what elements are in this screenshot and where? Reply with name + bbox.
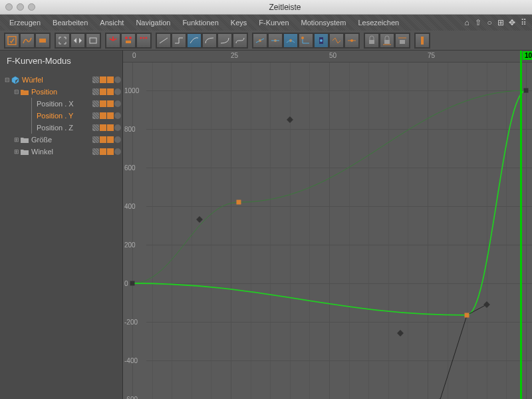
- y-axis-label: 200: [124, 241, 136, 249]
- mode-label: F-Kurven-Modus: [0, 51, 122, 71]
- track-controls[interactable]: [92, 100, 121, 107]
- tree-row[interactable]: Position . Z: [0, 122, 122, 134]
- record-key-button[interactable]: [106, 33, 120, 48]
- flat-tangent-button[interactable]: [344, 33, 359, 48]
- ruler-tick: 25: [231, 52, 238, 59]
- menu-funktionen[interactable]: Funktionen: [177, 17, 223, 29]
- circle-icon[interactable]: ○: [485, 18, 494, 27]
- tangent-ease2-button[interactable]: [217, 33, 232, 48]
- svg-rect-2: [90, 38, 96, 43]
- y-axis-label: -400: [124, 357, 138, 364]
- menu-fkurven[interactable]: F-Kurven: [253, 17, 294, 29]
- menu-navigation[interactable]: Navigation: [130, 17, 176, 29]
- tree-row[interactable]: Position . X: [0, 98, 122, 110]
- zoom-window-button[interactable]: [28, 3, 35, 11]
- y-axis-label: 0: [124, 280, 128, 287]
- record-key3-button[interactable]: [136, 33, 151, 48]
- track-controls[interactable]: [92, 112, 121, 119]
- tree-row[interactable]: ⊟Würfel: [0, 74, 122, 86]
- svg-rect-0: [8, 37, 16, 45]
- keyframe[interactable]: [130, 281, 135, 286]
- split-icon[interactable]: ⊞: [496, 18, 505, 27]
- weighted-tangent-button[interactable]: [314, 33, 329, 48]
- svg-point-20: [320, 39, 323, 42]
- track-controls[interactable]: [92, 148, 121, 155]
- tree-label[interactable]: Position: [31, 88, 92, 96]
- move-icon[interactable]: ✥: [507, 18, 517, 27]
- tree-label[interactable]: Größe: [31, 136, 92, 144]
- tree-label[interactable]: Würfel: [22, 76, 92, 84]
- frame-sel-button[interactable]: [70, 33, 85, 48]
- tree-label[interactable]: Position . Y: [37, 112, 92, 120]
- snap-button[interactable]: [415, 33, 430, 48]
- y-axis-label: -600: [124, 396, 138, 399]
- ruler-tick: 50: [329, 52, 336, 59]
- tree-expander[interactable]: ⊟: [13, 88, 20, 95]
- svg-point-9: [140, 37, 142, 39]
- mode-key-button[interactable]: [5, 33, 19, 48]
- record-key2-button[interactable]: [121, 33, 136, 48]
- svg-rect-24: [384, 40, 390, 44]
- tree-expander[interactable]: ⊟: [4, 76, 11, 83]
- content: F-Kurven-Modus ⊟Würfel⊟PositionPosition …: [0, 51, 532, 399]
- auto-tangent-button[interactable]: [283, 33, 298, 48]
- menu-ansicht[interactable]: Ansicht: [94, 17, 129, 29]
- lock-tangent-button[interactable]: [395, 33, 410, 48]
- graph-area[interactable]: 0255075 10008006004002000-200-400-600 10: [123, 51, 532, 399]
- titlebar: Zeitleiste: [0, 0, 532, 15]
- frame-all-button[interactable]: [55, 33, 70, 48]
- y-axis-label: 600: [124, 164, 136, 172]
- clamp-tangent-button[interactable]: [299, 33, 313, 48]
- remove-overshoot-button[interactable]: [329, 33, 344, 48]
- playhead[interactable]: [520, 51, 522, 399]
- up-icon[interactable]: ⇧: [473, 18, 483, 27]
- lock-value-button[interactable]: [380, 33, 394, 48]
- home-icon[interactable]: ⌂: [462, 18, 471, 27]
- tree-label[interactable]: Position . Z: [37, 124, 92, 132]
- track-controls[interactable]: [92, 88, 121, 95]
- lock-time-button[interactable]: [364, 33, 379, 48]
- mode-motion-button[interactable]: [35, 33, 50, 48]
- y-axis-label: 1000: [124, 87, 139, 94]
- tree-row[interactable]: ⊞Größe: [0, 134, 122, 146]
- tangent-step-button[interactable]: [172, 33, 186, 48]
- track-controls[interactable]: [92, 136, 121, 143]
- tree-label[interactable]: Position . X: [37, 100, 92, 108]
- tangent-linear-button[interactable]: [156, 33, 171, 48]
- tree-label[interactable]: Winkel: [31, 148, 92, 156]
- break-tangent-button[interactable]: [253, 33, 267, 48]
- menu-motionsystem[interactable]: Motionsystem: [296, 17, 352, 29]
- mode-fcurve-button[interactable]: [20, 33, 35, 48]
- keyframe[interactable]: [236, 200, 241, 205]
- menu-keys[interactable]: Keys: [225, 17, 252, 29]
- tangent-ease1-button[interactable]: [202, 33, 217, 48]
- time-ruler[interactable]: 0255075: [123, 51, 532, 63]
- y-axis-label: -200: [124, 319, 138, 326]
- menubar: Erzeugen Bearbeiten Ansicht Navigation F…: [0, 15, 532, 31]
- window-controls: [5, 3, 35, 11]
- menu-lesezeichen[interactable]: Lesezeichen: [352, 17, 404, 29]
- dots-icon[interactable]: ⠿: [519, 18, 528, 27]
- menu-bearbeiten[interactable]: Bearbeiten: [47, 17, 93, 29]
- tree-expander[interactable]: ⊞: [13, 136, 20, 143]
- tree-row[interactable]: Position . Y: [0, 110, 122, 122]
- keyframe[interactable]: [524, 88, 529, 93]
- menu-erzeugen[interactable]: Erzeugen: [4, 17, 46, 29]
- tangent-ease3-button[interactable]: [233, 33, 247, 48]
- keyframe[interactable]: [465, 313, 469, 317]
- svg-rect-1: [39, 39, 46, 43]
- unify-tangent-button[interactable]: [268, 33, 283, 48]
- close-window-button[interactable]: [5, 3, 13, 11]
- svg-rect-26: [400, 40, 405, 44]
- track-controls[interactable]: [92, 76, 121, 83]
- tangent-spline-button[interactable]: [187, 33, 201, 48]
- svg-point-10: [143, 37, 145, 39]
- tree-row[interactable]: ⊟Position: [0, 86, 122, 98]
- folder-gray-icon: [20, 136, 29, 144]
- playhead-label: 10: [523, 51, 532, 60]
- track-controls[interactable]: [92, 124, 121, 131]
- minimize-window-button[interactable]: [17, 3, 24, 11]
- tree-row[interactable]: ⊞Winkel: [0, 146, 122, 158]
- frame-range-button[interactable]: [86, 33, 100, 48]
- tree-expander[interactable]: ⊞: [13, 148, 20, 155]
